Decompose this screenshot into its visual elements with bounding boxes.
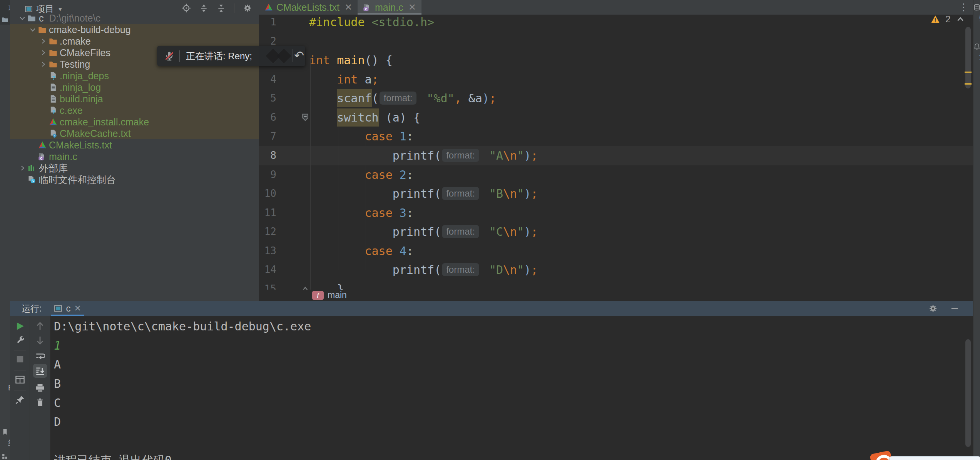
expand-all-button[interactable] — [199, 4, 208, 13]
scroll-to-end-icon[interactable] — [35, 366, 45, 376]
line-number[interactable]: 12 — [259, 222, 276, 242]
warning-stripe-mark[interactable] — [965, 72, 972, 73]
locate-file-button[interactable] — [182, 3, 191, 13]
editor-tab-CMakeLists.txt[interactable]: CMakeLists.txt✕ — [259, 0, 358, 15]
code-token: main — [337, 53, 365, 67]
chevron-right-icon[interactable] — [39, 49, 47, 57]
bookmark-icon[interactable] — [2, 428, 8, 435]
bell-icon[interactable] — [973, 43, 980, 50]
console-output[interactable]: D:\git\note\c\cmake-build-debug\c.exe1AB… — [54, 317, 311, 460]
chevron-down-icon[interactable] — [29, 26, 37, 33]
code-line[interactable]: printf(format: "C\n"); — [259, 222, 973, 242]
warning-stripe-mark[interactable] — [965, 83, 972, 85]
console-header-actions — [928, 304, 959, 313]
close-icon[interactable]: ✕ — [345, 2, 352, 13]
code-line[interactable] — [259, 32, 973, 51]
gear-icon[interactable] — [928, 304, 938, 313]
edit-configuration-icon[interactable] — [15, 335, 25, 345]
code-line[interactable]: case 2: — [259, 165, 973, 185]
line-number[interactable]: 9 — [259, 165, 276, 185]
code-line[interactable]: #include <stdio.h> — [259, 13, 973, 32]
editor-tab-main.c[interactable]: cmain.c✕ — [358, 0, 421, 15]
line-number[interactable]: 5 — [259, 89, 276, 108]
code-line[interactable]: printf(format: "A\n"); — [259, 146, 973, 165]
line-number[interactable]: 13 — [259, 242, 276, 261]
tree-row[interactable]: .cmake — [10, 35, 259, 47]
inlay-hint: format: — [442, 149, 479, 162]
line-number[interactable]: 1 — [259, 13, 276, 32]
tree-row[interactable]: CMakeCache.txt — [10, 128, 259, 139]
up-stacktrace-icon[interactable] — [35, 321, 45, 331]
code-line[interactable]: case 1: — [259, 127, 973, 146]
minimize-icon[interactable] — [950, 304, 959, 313]
gear-icon[interactable] — [243, 3, 252, 13]
line-number[interactable]: 7 — [259, 127, 276, 146]
code-line[interactable]: switch (a) { — [259, 108, 973, 127]
code-token: <stdio.h> — [372, 15, 435, 29]
chevron-right-icon[interactable] — [39, 37, 47, 45]
line-number[interactable]: 14 — [259, 260, 276, 280]
code-token: " — [517, 149, 524, 162]
print-icon[interactable] — [35, 383, 45, 393]
restore-layout-icon[interactable] — [15, 375, 25, 385]
line-number[interactable]: 11 — [259, 203, 276, 223]
clear-console-icon[interactable] — [35, 398, 45, 407]
project-header-toolbar — [182, 3, 270, 13]
database-icon[interactable] — [973, 4, 980, 11]
code-line[interactable]: int a; — [259, 70, 973, 89]
close-icon[interactable]: ✕ — [74, 303, 81, 313]
console-output-line: A — [54, 355, 311, 374]
tab-options-icon[interactable]: ⋮ — [959, 2, 968, 13]
close-icon[interactable]: ✕ — [408, 2, 416, 13]
code-rows[interactable]: #include <stdio.h>int main() { int a; sc… — [259, 13, 973, 298]
tree-row[interactable]: CMakeLists.txt — [10, 139, 259, 151]
tree-row[interactable]: cmake-build-debug — [10, 24, 259, 35]
code-line[interactable]: printf(format: "D\n"); — [259, 260, 973, 280]
tree-row[interactable]: .ninja_log — [10, 82, 259, 93]
tree-row[interactable]: 临时文件和控制台 — [10, 174, 259, 185]
pin-tab-icon[interactable] — [15, 395, 25, 405]
structure-icon[interactable] — [2, 453, 8, 460]
tree-row[interactable]: 外部库 — [10, 162, 259, 174]
code-line[interactable]: case 4: — [259, 242, 973, 261]
tree-row[interactable]: cmain.c — [10, 151, 259, 162]
fold-marker-icon[interactable] — [301, 113, 310, 122]
code-line[interactable]: case 3: — [259, 203, 973, 223]
folder-orange-icon — [38, 25, 47, 34]
tree-row[interactable]: ?.ninja_deps — [10, 70, 259, 82]
tree-row[interactable]: cmake_install.cmake — [10, 116, 259, 128]
line-number[interactable]: 10 — [259, 184, 276, 203]
inlay-hint: format: — [442, 187, 479, 200]
code-line[interactable]: int main() { — [259, 51, 973, 70]
project-stripe-icon[interactable] — [2, 16, 8, 23]
code-line[interactable]: printf(format: "B\n"); — [259, 184, 973, 203]
tree-row[interactable]: cD:\git\note\c — [10, 12, 259, 24]
microphone-muted-icon[interactable] — [164, 51, 175, 62]
line-number[interactable]: 8 — [259, 146, 276, 165]
editor-scrollbar[interactable] — [965, 27, 971, 88]
tree-row[interactable]: ?c.exe — [10, 105, 259, 116]
console-output-line: B — [54, 374, 311, 393]
editor-tab-bar: CMakeLists.txt✕cmain.c✕ — [259, 0, 973, 15]
line-number[interactable]: 6 — [259, 108, 276, 127]
stop-button[interactable] — [15, 355, 25, 364]
chevron-down-icon[interactable]: ▼ — [57, 6, 63, 12]
inspection-widget[interactable]: 2 — [931, 14, 973, 25]
rerun-button[interactable] — [15, 321, 25, 331]
code-token — [309, 149, 393, 162]
code-line[interactable]: scanf(format: "%d", &a); — [259, 89, 973, 108]
console-scrollbar[interactable] — [965, 339, 971, 447]
code-token: ( — [434, 187, 441, 200]
chevron-right-icon[interactable] — [18, 164, 26, 172]
chevron-right-icon[interactable] — [39, 60, 47, 68]
tree-row[interactable]: build.ninja — [10, 93, 259, 105]
prev-issue-icon[interactable] — [956, 15, 965, 24]
breadcrumb-function[interactable]: main — [328, 290, 347, 300]
collapse-all-button[interactable] — [217, 4, 226, 13]
down-stacktrace-icon[interactable] — [35, 335, 45, 345]
soft-wrap-icon[interactable] — [35, 352, 45, 362]
run-tab[interactable]: c ✕ — [51, 301, 84, 316]
svg-text:c: c — [365, 7, 367, 11]
chevron-down-icon[interactable] — [18, 14, 26, 22]
line-number[interactable]: 4 — [259, 70, 276, 89]
